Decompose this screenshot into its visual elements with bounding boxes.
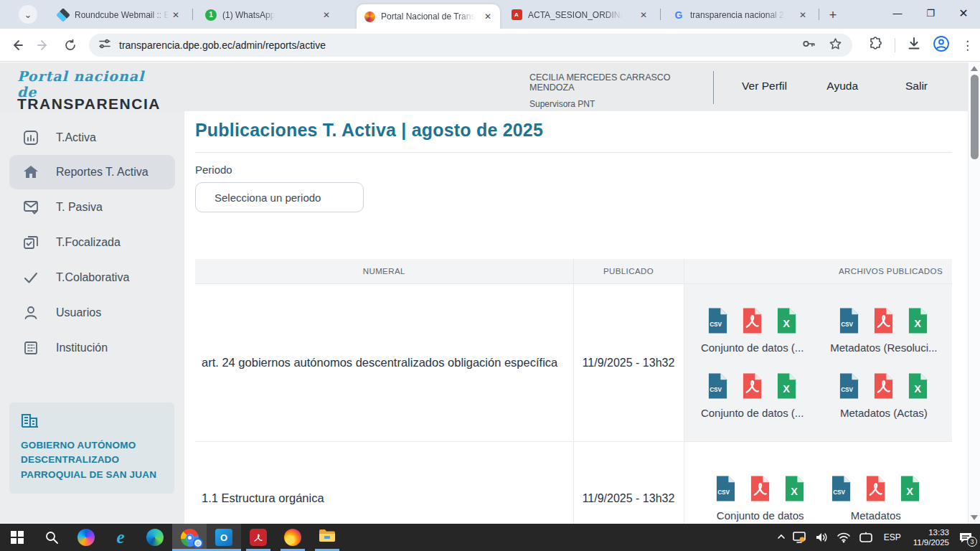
tray-chevron-up-icon[interactable] — [777, 532, 786, 543]
taskbar-chrome-button[interactable]: ☺ — [172, 524, 207, 551]
profile-avatar-icon[interactable] — [933, 35, 950, 55]
card-toolbar — [195, 237, 952, 259]
taskbar-acrobat-button[interactable] — [241, 524, 275, 551]
ayuda-link[interactable]: Ayuda — [826, 80, 858, 93]
building-icon — [22, 339, 39, 357]
tab-roundcube[interactable]: Roundcube Webmail :: Entra ✕ — [50, 5, 188, 24]
file-group[interactable]: CSVX Conjunto de datos — [715, 475, 806, 522]
taskbar-internet-explorer-button[interactable]: e — [103, 524, 138, 551]
notification-center-button[interactable]: 3 — [957, 529, 974, 546]
reload-icon[interactable] — [60, 35, 80, 55]
svg-text:CSV: CSV — [842, 321, 854, 327]
tab-portal-active[interactable]: Portal Nacional de Transpare ✕ — [357, 4, 500, 29]
file-icons[interactable]: CSVX — [838, 307, 929, 334]
tab-separator — [192, 9, 193, 20]
minimize-button[interactable]: — — [881, 0, 914, 26]
address-bar[interactable]: transparencia.dpe.gob.ec/admin/reports/a… — [89, 34, 852, 57]
svg-text:X: X — [783, 317, 790, 329]
file-icons[interactable]: CSVX — [707, 372, 798, 400]
extensions-puzzle-icon[interactable] — [868, 37, 883, 55]
page-scrollbar[interactable] — [968, 62, 980, 524]
close-button[interactable]: ✕ — [947, 0, 980, 26]
check-icon — [22, 269, 39, 286]
tray-display-update-icon[interactable] — [791, 529, 808, 546]
tray-meet-camera-icon[interactable] — [857, 529, 875, 546]
password-key-icon[interactable] — [801, 37, 816, 54]
ver-perfil-link[interactable]: Ver Perfil — [742, 80, 787, 93]
url-text[interactable]: transparencia.dpe.gob.ec/admin/reports/a… — [119, 39, 801, 51]
menu-kebab-icon[interactable]: ⋮ — [961, 38, 974, 53]
copilot-icon — [77, 529, 95, 546]
windows-start-icon — [11, 531, 24, 544]
file-icons[interactable]: CSVX — [838, 372, 929, 400]
tab-search-chevron-icon[interactable]: ⌄ — [19, 5, 37, 24]
sidebar-item-usuarios[interactable]: Usuarios — [0, 295, 184, 330]
bookmark-star-icon[interactable] — [829, 37, 842, 54]
tray-volume-icon[interactable] — [813, 529, 830, 546]
tab-close-icon[interactable]: ✕ — [481, 10, 494, 23]
clock[interactable]: 13:33 11/9/2025 — [910, 527, 952, 547]
forward-icon[interactable] — [33, 35, 53, 55]
tab-acta-pdf[interactable]: A ACTA_SESION_ORDINARIA.p ✕ — [504, 5, 656, 24]
tab-close-icon[interactable]: ✕ — [169, 9, 182, 22]
periodo-select[interactable]: Selecciona un periodo — [195, 182, 364, 212]
archivos-cell: CSVX Conjunto de datos CSVX Metadatos — [684, 442, 952, 524]
institution-card[interactable]: GOBIERNO AUTÓNOMO DESCENTRALIZADO PARROQ… — [9, 402, 174, 494]
column-header-numeral: NUMERAL — [195, 259, 574, 283]
xls-file-icon: X — [907, 307, 929, 334]
site-info-tune-icon[interactable] — [99, 38, 110, 52]
back-icon[interactable] — [7, 35, 27, 55]
taskbar-outlook-button[interactable]: O — [207, 524, 241, 551]
file-group[interactable]: CSVX Metadatos (Resoluci... — [830, 307, 937, 354]
pdf-file-icon — [872, 307, 895, 334]
sidebar-item-t-pasiva[interactable]: T. Pasiva — [0, 189, 184, 225]
new-tab-button[interactable]: + — [824, 6, 842, 24]
taskbar-edge-button[interactable] — [138, 524, 172, 551]
svg-text:CSV: CSV — [710, 386, 722, 392]
sidebar-item-t-focalizada[interactable]: T.Focalizada — [0, 225, 184, 260]
taskbar-explorer-button[interactable] — [310, 524, 344, 551]
scrollbar-thumb[interactable] — [971, 75, 979, 159]
file-group[interactable]: CSVX Metadatos (Actas) — [830, 372, 937, 419]
salir-link[interactable]: Salir — [905, 80, 928, 93]
file-group[interactable]: CSVX Metadatos — [830, 475, 921, 522]
clock-date: 11/9/2025 — [913, 537, 949, 547]
svg-text:CSV: CSV — [717, 489, 730, 496]
sidebar-item-institucion[interactable]: Institución — [0, 330, 184, 365]
tab-close-icon[interactable]: ✕ — [796, 9, 809, 22]
pdf-file-icon — [749, 475, 771, 502]
sidebar-item-t-activa[interactable]: T.Activa — [0, 120, 184, 155]
downloads-icon[interactable] — [907, 37, 921, 54]
file-group[interactable]: CSVX Conjunto de datos (... — [699, 307, 806, 354]
tray-wifi-icon[interactable] — [835, 529, 852, 546]
file-icons[interactable]: CSVX — [707, 307, 798, 334]
site-header: Portal nacional de TRANSPARENCIA Reposit… — [0, 62, 968, 111]
tab-close-icon[interactable]: ✕ — [320, 9, 333, 22]
title-divider — [195, 152, 952, 153]
institution-name: GOBIERNO AUTÓNOMO DESCENTRALIZADO PARROQ… — [21, 438, 163, 482]
user-role: Supervisora PNT — [529, 99, 709, 109]
taskbar-copilot-button[interactable] — [69, 524, 103, 551]
maximize-button[interactable]: ❐ — [914, 0, 947, 26]
file-group[interactable]: CSVX Conjunto de datos (... — [699, 372, 806, 419]
tab-close-icon[interactable]: ✕ — [637, 9, 650, 22]
taskbar-firefox-button[interactable] — [275, 524, 310, 551]
sidebar-item-t-colaborativa[interactable]: T.Colaborativa — [0, 260, 184, 295]
svg-text:CSV: CSV — [833, 489, 845, 496]
sidebar-item-reportes-t-activa[interactable]: Reportes T. Activa — [9, 155, 175, 189]
file-icons[interactable]: CSVX — [715, 475, 806, 502]
scroll-down-icon[interactable] — [971, 515, 978, 520]
screen: ⌄ Roundcube Webmail :: Entra ✕ 1 (1) Wha… — [0, 0, 980, 551]
tab-separator — [660, 9, 661, 20]
internet-explorer-icon: e — [116, 527, 124, 547]
language-indicator[interactable]: ESP — [880, 532, 905, 542]
tab-google-search[interactable]: G transparencia nacional 2.0 - ✕ — [666, 5, 815, 24]
reports-card: NUMERAL PUBLICADO ARCHIVOS PUBLICADOS ar… — [195, 237, 952, 524]
file-icons[interactable]: CSVX — [830, 475, 921, 502]
pdf-favicon: A — [511, 9, 522, 21]
scroll-up-icon[interactable] — [971, 66, 978, 71]
tab-whatsapp[interactable]: 1 (1) WhatsApp ✕ — [198, 5, 339, 24]
taskbar-search-button[interactable] — [34, 524, 69, 551]
start-button[interactable] — [0, 524, 34, 551]
search-icon — [44, 530, 59, 545]
